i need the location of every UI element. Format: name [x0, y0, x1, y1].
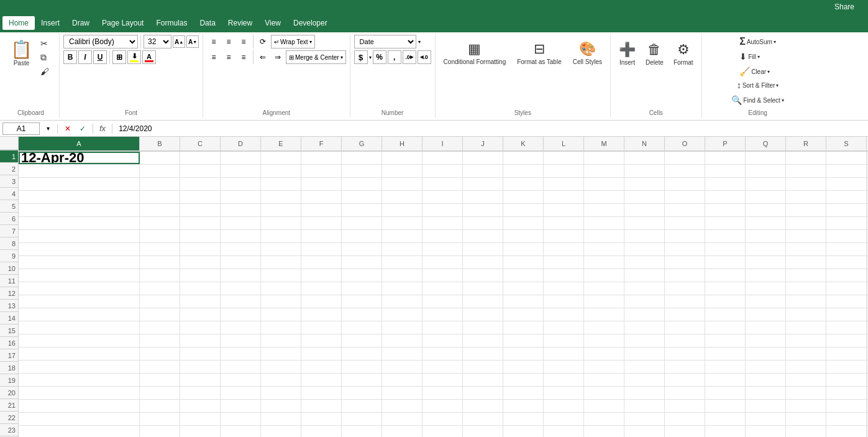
cell-s7[interactable]: [826, 230, 867, 242]
row-header-20[interactable]: 20: [0, 387, 18, 399]
cell-k14[interactable]: [503, 321, 544, 334]
cell-e5[interactable]: [261, 204, 301, 216]
cell-c15[interactable]: [180, 334, 221, 347]
cell-d15[interactable]: [221, 334, 261, 347]
cell-l14[interactable]: [544, 321, 584, 334]
cell-o19[interactable]: [665, 387, 705, 399]
cell-p13[interactable]: [705, 308, 746, 321]
cell-j21[interactable]: [463, 413, 503, 425]
cell-name-box[interactable]: [2, 122, 40, 135]
cell-q16[interactable]: [746, 347, 786, 360]
row-header-11[interactable]: 11: [0, 275, 18, 287]
cell-p6[interactable]: [705, 217, 746, 229]
cell-h10[interactable]: [382, 269, 423, 282]
cell-a13[interactable]: [19, 308, 140, 321]
cell-n12[interactable]: [624, 295, 665, 308]
cell-q2[interactable]: [746, 165, 786, 177]
cell-b4[interactable]: [140, 191, 180, 203]
cell-i5[interactable]: [423, 204, 463, 216]
font-color-button[interactable]: A: [142, 50, 156, 64]
cell-d21[interactable]: [221, 413, 261, 425]
cell-a14[interactable]: [19, 321, 140, 334]
cell-k18[interactable]: [503, 374, 544, 386]
cell-m15[interactable]: [584, 334, 624, 347]
cell-p14[interactable]: [705, 321, 746, 334]
bold-button[interactable]: B: [63, 50, 77, 64]
cell-n13[interactable]: [624, 308, 665, 321]
cell-b12[interactable]: [140, 295, 180, 308]
cell-m20[interactable]: [584, 400, 624, 412]
cell-g13[interactable]: [342, 308, 382, 321]
copy-button[interactable]: ⧉: [38, 51, 55, 64]
cell-b19[interactable]: [140, 387, 180, 399]
cell-q21[interactable]: [746, 413, 786, 425]
cell-a22[interactable]: [19, 426, 140, 437]
cell-r12[interactable]: [786, 295, 826, 308]
col-header-E[interactable]: E: [261, 137, 301, 150]
cell-b7[interactable]: [140, 230, 180, 242]
cell-q18[interactable]: [746, 374, 786, 386]
cell-j4[interactable]: [463, 191, 503, 203]
cell-f4[interactable]: [301, 191, 342, 203]
merge-center-button[interactable]: ⊞ Merge & Center ▾: [286, 50, 346, 64]
row-header-18[interactable]: 18: [0, 362, 18, 374]
cell-q22[interactable]: [746, 426, 786, 437]
cell-n8[interactable]: [624, 243, 665, 255]
cell-f6[interactable]: [301, 217, 342, 229]
cell-e2[interactable]: [261, 165, 301, 177]
cell-f5[interactable]: [301, 204, 342, 216]
tab-page-layout[interactable]: Page Layout: [96, 16, 150, 30]
cell-d12[interactable]: [221, 295, 261, 308]
cell-b14[interactable]: [140, 321, 180, 334]
cell-c11[interactable]: [180, 282, 221, 295]
cell-n18[interactable]: [624, 374, 665, 386]
col-header-K[interactable]: K: [503, 137, 544, 150]
cell-p4[interactable]: [705, 191, 746, 203]
cell-k15[interactable]: [503, 334, 544, 347]
cell-a9[interactable]: [19, 256, 140, 269]
row-header-7[interactable]: 7: [0, 225, 18, 237]
insert-button[interactable]: ➕ Insert: [614, 35, 640, 72]
cell-q7[interactable]: [746, 230, 786, 242]
cell-d20[interactable]: [221, 400, 261, 412]
cell-s21[interactable]: [826, 413, 867, 425]
decrease-font-button[interactable]: A▼: [186, 35, 199, 48]
cell-n7[interactable]: [624, 230, 665, 242]
cell-f20[interactable]: [301, 400, 342, 412]
cell-d8[interactable]: [221, 243, 261, 255]
increase-font-button[interactable]: A▲: [173, 35, 185, 48]
cell-g4[interactable]: [342, 191, 382, 203]
cell-e22[interactable]: [261, 426, 301, 437]
cell-r21[interactable]: [786, 413, 826, 425]
sort-filter-button[interactable]: ↕ Sort & Filter ▾: [728, 78, 787, 92]
cell-m18[interactable]: [584, 374, 624, 386]
cell-l8[interactable]: [544, 243, 584, 255]
cell-a11[interactable]: [19, 282, 140, 295]
cell-p11[interactable]: [705, 282, 746, 295]
cell-q1[interactable]: [746, 152, 786, 164]
cell-k5[interactable]: [503, 204, 544, 216]
cell-o2[interactable]: [665, 165, 705, 177]
col-header-G[interactable]: G: [342, 137, 382, 150]
cell-l19[interactable]: [544, 387, 584, 399]
row-header-3[interactable]: 3: [0, 175, 18, 188]
cell-c21[interactable]: [180, 413, 221, 425]
cell-a18[interactable]: [19, 374, 140, 386]
row-header-10[interactable]: 10: [0, 262, 18, 275]
cell-i17[interactable]: [423, 361, 463, 373]
cell-h1[interactable]: [382, 152, 423, 164]
cell-a5[interactable]: [19, 204, 140, 216]
cell-r8[interactable]: [786, 243, 826, 255]
cell-r1[interactable]: [786, 152, 826, 164]
cell-o1[interactable]: [665, 152, 705, 164]
increase-indent-button[interactable]: ⇒: [271, 50, 285, 64]
cell-f8[interactable]: [301, 243, 342, 255]
cell-n14[interactable]: [624, 321, 665, 334]
cell-q17[interactable]: [746, 361, 786, 373]
col-header-B[interactable]: B: [140, 137, 180, 150]
cell-o12[interactable]: [665, 295, 705, 308]
cell-m2[interactable]: [584, 165, 624, 177]
col-header-I[interactable]: I: [423, 137, 463, 150]
decrease-indent-button[interactable]: ⇐: [256, 50, 270, 64]
cell-j11[interactable]: [463, 282, 503, 295]
